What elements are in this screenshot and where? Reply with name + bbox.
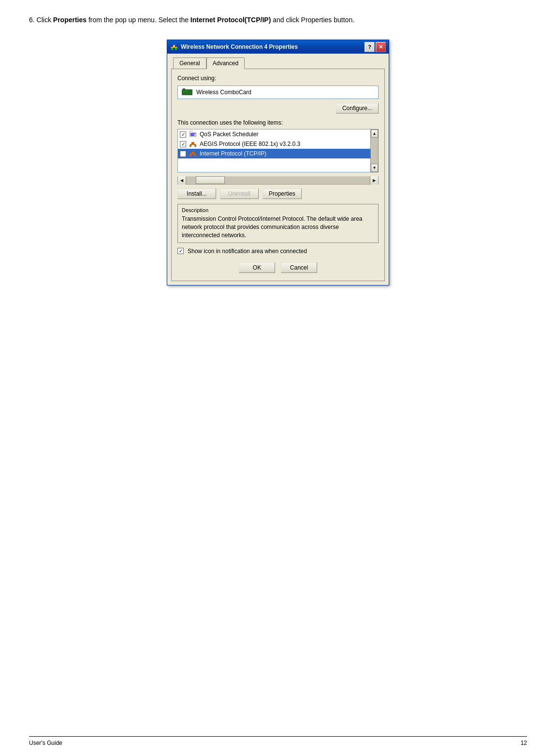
items-list[interactable]: ✓ QoS Packet Scheduler: [177, 129, 370, 172]
svg-rect-4: [182, 89, 192, 95]
show-icon-row: ✓ Show icon in notification area when co…: [177, 248, 379, 255]
scroll-up-arrow[interactable]: ▲: [371, 129, 378, 138]
tab-general[interactable]: General: [173, 57, 206, 69]
dialog-container: Wireless Network Connection 4 Properties…: [29, 40, 527, 285]
close-button[interactable]: ✕: [376, 42, 386, 52]
dialog-title-left: Wireless Network Connection 4 Properties: [170, 43, 298, 51]
svg-rect-10: [190, 133, 195, 134]
properties-button[interactable]: Properties: [263, 188, 302, 199]
hscroll-track: [186, 176, 370, 184]
footer-label: User's Guide: [29, 740, 62, 746]
tab-content: Connect using: Wireless ComboCard: [171, 69, 385, 281]
scroll-track: [371, 138, 378, 164]
dialog-titlebar: Wireless Network Connection 4 Properties…: [167, 40, 389, 54]
svg-rect-7: [185, 91, 186, 92]
hscroll-left-arrow[interactable]: ◀: [178, 176, 186, 185]
svg-rect-15: [191, 142, 194, 144]
tcpip-icon: [189, 150, 197, 157]
hscroll-row[interactable]: ◀ ▶: [177, 176, 379, 185]
step-number: 6. Click: [29, 16, 53, 24]
qos-label: QoS Packet Scheduler: [200, 131, 258, 138]
configure-row: Configure...: [177, 103, 379, 114]
tcpip-label: Internet Protocol (TCP/IP): [200, 150, 266, 157]
items-label: This connection uses the following items…: [177, 119, 379, 126]
bottom-line: [29, 736, 527, 737]
svg-rect-5: [183, 88, 185, 90]
tcpip-checkbox[interactable]: ✓: [180, 151, 186, 157]
aegis-label: AEGIS Protocol (IEEE 802.1x) v3.2.0.3: [200, 141, 300, 147]
instruction-end: and click Properties button.: [271, 16, 354, 24]
configure-button[interactable]: Configure...: [336, 103, 379, 114]
bold-tcp-ip: Internet Protocol(TCP/IP): [190, 16, 271, 24]
dialog-title-text: Wireless Network Connection 4 Properties: [181, 43, 298, 50]
svg-rect-13: [190, 131, 192, 133]
uninstall-button[interactable]: Uninstall: [220, 188, 259, 199]
properties-dialog: Wireless Network Connection 4 Properties…: [167, 40, 389, 285]
svg-rect-16: [190, 145, 191, 147]
svg-rect-1: [173, 45, 175, 47]
cancel-button[interactable]: Cancel: [281, 262, 317, 273]
description-group: Description Transmission Control Protoco…: [177, 204, 379, 242]
svg-rect-21: [194, 155, 196, 157]
titlebar-buttons: ? ✕: [365, 42, 386, 52]
show-icon-label: Show icon in notification area when conn…: [188, 248, 307, 255]
ok-button[interactable]: OK: [239, 262, 275, 273]
instruction-middle: from the pop up menu. Select the: [87, 16, 190, 24]
svg-rect-2: [171, 48, 173, 50]
description-text: Transmission Control Protocol/Internet P…: [182, 215, 374, 239]
action-buttons-row: Install... Uninstall Properties: [177, 188, 379, 199]
hscroll-right-arrow[interactable]: ▶: [370, 176, 378, 185]
svg-rect-19: [191, 152, 194, 154]
svg-rect-11: [190, 134, 194, 135]
svg-rect-3: [175, 48, 177, 50]
bold-properties: Properties: [53, 16, 87, 24]
adapter-icon: [182, 88, 192, 96]
svg-rect-6: [183, 91, 184, 92]
instruction-text: 6. Click Properties from the pop up menu…: [29, 14, 527, 25]
list-item[interactable]: ✓ QoS Packet Scheduler: [178, 129, 370, 139]
qos-checkbox[interactable]: ✓: [180, 131, 186, 138]
adapter-box: Wireless ComboCard: [177, 86, 379, 99]
connect-using-label: Connect using:: [177, 75, 379, 82]
help-button[interactable]: ?: [365, 42, 375, 52]
adapter-name: Wireless ComboCard: [196, 89, 251, 96]
scroll-down-arrow[interactable]: ▼: [371, 164, 378, 172]
list-item-tcpip[interactable]: ✓ Internet Protocol (TCP/IP): [178, 149, 370, 158]
ok-cancel-row: OK Cancel: [177, 260, 379, 275]
items-list-container: ✓ QoS Packet Scheduler: [177, 129, 379, 172]
description-title: Description: [182, 207, 374, 213]
page-number: 12: [521, 740, 527, 746]
dialog-title-icon: [170, 43, 178, 51]
tab-advanced[interactable]: Advanced: [206, 57, 245, 69]
tab-strip: General Advanced: [171, 57, 385, 69]
qos-icon: [189, 130, 197, 138]
list-item[interactable]: ✓ AEGIS Protocol (IEEE 802.1x) v3.2.0.3: [178, 139, 370, 149]
svg-rect-8: [187, 91, 188, 92]
list-scrollbar[interactable]: ▲ ▼: [370, 129, 379, 172]
aegis-icon: [189, 140, 197, 148]
show-icon-checkbox[interactable]: ✓: [177, 248, 184, 254]
svg-rect-17: [194, 145, 196, 147]
hscroll-thumb[interactable]: [196, 176, 225, 184]
svg-rect-20: [190, 155, 191, 157]
aegis-checkbox[interactable]: ✓: [180, 141, 186, 147]
install-button[interactable]: Install...: [177, 188, 216, 199]
dialog-body: General Advanced Connect using:: [167, 54, 389, 285]
svg-rect-12: [190, 135, 194, 136]
